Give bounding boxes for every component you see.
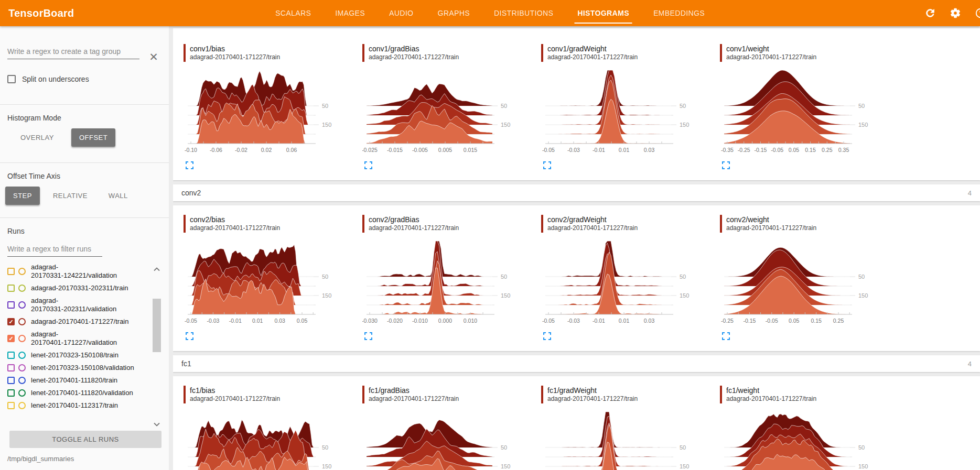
run-color-bar <box>720 215 722 233</box>
histogram-chart[interactable]: 50150-0.25-0.15-0.050.050.150.25 <box>720 236 882 329</box>
tab-histograms[interactable]: HISTOGRAMS <box>577 0 629 26</box>
run-radio-circle[interactable] <box>18 352 26 359</box>
run-checkbox[interactable] <box>7 402 15 409</box>
card-header: fc1/biasadagrad-20170401-171227/train <box>184 386 362 403</box>
x-tick-label: 0.05 <box>297 318 308 324</box>
svg-text:50: 50 <box>858 103 865 109</box>
scroll-down-icon[interactable] <box>154 419 160 423</box>
help-icon[interactable]: ? <box>975 7 980 19</box>
run-color-bar <box>720 44 722 62</box>
expand-icon[interactable] <box>722 161 730 170</box>
histogram-chart[interactable]: 50150-0.05-0.03-0.010.010.03 <box>541 65 704 158</box>
tab-embeddings[interactable]: EMBEDDINGS <box>653 0 705 26</box>
run-radio-circle[interactable] <box>18 402 26 409</box>
run-label: adagrad-20170401-171227/train <box>31 318 129 326</box>
offset-time-axis-wall-button[interactable]: WALL <box>101 187 136 205</box>
histogram-chart[interactable]: 50150-0.35-0.25-0.15-0.050.050.150.250.3… <box>720 65 882 158</box>
tab-distributions[interactable]: DISTRIBUTIONS <box>494 0 553 26</box>
split-underscores-checkbox[interactable] <box>7 75 16 83</box>
tab-scalars[interactable]: SCALARS <box>275 0 311 26</box>
run-radio-circle[interactable] <box>18 301 26 309</box>
histogram-chart[interactable]: 50150 <box>541 407 704 470</box>
svg-text:50: 50 <box>322 103 328 109</box>
expand-icon[interactable] <box>722 332 730 341</box>
card-fc1-weight: fc1/weightadagrad-20170401-171227/train5… <box>720 386 899 470</box>
scroll-up-icon[interactable] <box>154 264 160 268</box>
close-icon[interactable]: ✕ <box>148 52 159 63</box>
histogram-chart[interactable]: 50150 <box>720 407 882 470</box>
run-regex-input[interactable] <box>7 243 102 257</box>
run-radio-circle[interactable] <box>18 364 26 371</box>
x-tick-label: -0.03 <box>207 318 219 324</box>
card-header: conv2/gradBiasadagrad-20170401-171227/tr… <box>362 215 541 233</box>
group-title: fc1 <box>181 359 191 368</box>
tab-images[interactable]: IMAGES <box>335 0 365 26</box>
expand-icon[interactable] <box>186 332 194 341</box>
run-checkbox[interactable] <box>7 389 15 397</box>
card-fc1-gradWeight: fc1/gradWeightadagrad-20170401-171227/tr… <box>541 386 720 470</box>
svg-text:150: 150 <box>858 463 868 469</box>
card-tag-title: fc1/gradBias <box>369 386 459 395</box>
expand-icon[interactable] <box>364 332 373 341</box>
svg-text:50: 50 <box>322 444 328 451</box>
offset-time-axis-step-button[interactable]: STEP <box>5 187 40 205</box>
expand-icon[interactable] <box>364 161 373 170</box>
runs-scrollbar <box>153 262 161 427</box>
card-tag-title: conv1/gradWeight <box>547 44 638 53</box>
expand-icon[interactable] <box>186 161 194 170</box>
histogram-chart[interactable]: 50150-0.030-0.020-0.0100.0000.010 <box>362 236 525 329</box>
chart-area: 50150-0.025-0.015-0.0050.0050.015 <box>362 65 541 160</box>
x-tick-label: -0.020 <box>387 318 403 324</box>
settings-icon[interactable] <box>950 7 961 19</box>
chart-area: 50150 <box>541 407 720 470</box>
run-radio-circle[interactable] <box>18 285 26 292</box>
histogram-chart[interactable]: 50150-0.05-0.03-0.010.010.03 <box>541 236 704 329</box>
tab-audio[interactable]: AUDIO <box>389 0 413 26</box>
tag-regex-input[interactable] <box>7 45 139 59</box>
expand-icon[interactable] <box>543 161 552 170</box>
run-radio-circle[interactable] <box>18 389 26 397</box>
run-color-bar <box>184 386 186 403</box>
histogram-chart[interactable]: 50150 <box>362 407 525 470</box>
run-checkbox[interactable] <box>7 268 15 275</box>
offset-time-axis-label: Offset Time Axis <box>7 172 169 180</box>
run-radio-circle[interactable] <box>18 335 26 342</box>
run-checkbox[interactable] <box>7 352 15 359</box>
refresh-icon[interactable] <box>924 7 936 19</box>
run-radio-circle[interactable] <box>18 377 26 384</box>
run-checkbox[interactable]: ✓ <box>7 335 15 342</box>
run-radio-circle[interactable] <box>18 318 26 325</box>
toggle-all-runs-button[interactable]: TOGGLE ALL RUNS <box>9 431 161 448</box>
run-radio-circle[interactable] <box>18 268 26 275</box>
run-checkbox[interactable] <box>7 301 15 309</box>
x-tick-label: 0.03 <box>274 318 285 324</box>
scrollbar-thumb[interactable] <box>153 299 161 352</box>
run-checkbox[interactable] <box>7 285 15 292</box>
histogram-chart[interactable]: 50150 <box>184 407 346 470</box>
group-header-fc1[interactable]: fc14 <box>173 355 980 372</box>
group-header-conv2[interactable]: conv24 <box>173 184 980 201</box>
x-tick-label: -0.030 <box>362 318 378 324</box>
tab-graphs[interactable]: GRAPHS <box>437 0 470 26</box>
histogram-chart[interactable]: 50150-0.10-0.06-0.020.020.06 <box>184 65 346 158</box>
ridge-layer <box>367 252 492 296</box>
run-color-bar <box>362 215 364 233</box>
histogram-chart[interactable]: 50150-0.05-0.03-0.010.010.030.05 <box>184 236 346 329</box>
histogram-chart[interactable]: 50150-0.025-0.015-0.0050.0050.015 <box>362 65 525 158</box>
split-underscores-row[interactable]: Split on underscores <box>7 75 161 83</box>
x-tick-label: -0.015 <box>387 147 403 153</box>
svg-text:150: 150 <box>322 463 331 469</box>
run-checkbox[interactable]: ✓ <box>7 318 15 325</box>
histogram-mode-overlay-button[interactable]: OVERLAY <box>13 128 62 147</box>
histogram-mode-offset-button[interactable]: OFFSET <box>71 128 115 147</box>
expand-icon[interactable] <box>543 332 552 341</box>
run-checkbox[interactable] <box>7 377 15 384</box>
card-header: conv1/biasadagrad-20170401-171227/train <box>184 44 362 62</box>
card-run-name: adagrad-20170401-171227/train <box>190 395 280 403</box>
x-tick-label: 0.010 <box>464 318 477 324</box>
card-fc1-gradBias: fc1/gradBiasadagrad-20170401-171227/trai… <box>362 386 541 470</box>
run-color-bar <box>541 44 543 62</box>
run-checkbox[interactable] <box>7 364 15 371</box>
x-tick-label: 0.01 <box>619 318 630 324</box>
offset-time-axis-relative-button[interactable]: RELATIVE <box>45 187 95 205</box>
